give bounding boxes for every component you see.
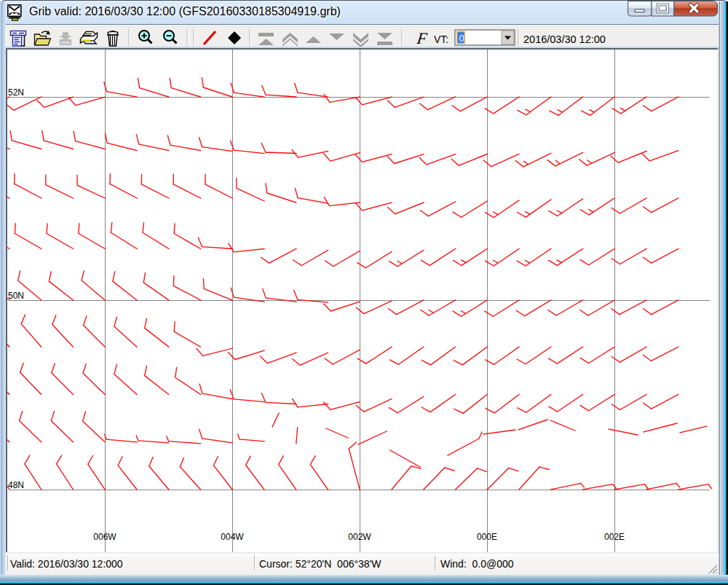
svg-text:F: F bbox=[415, 29, 428, 47]
svg-text:50N: 50N bbox=[8, 291, 24, 301]
svg-text:VT:: VT: bbox=[434, 34, 448, 45]
svg-text:0: 0 bbox=[459, 33, 464, 44]
svg-text:002W: 002W bbox=[348, 532, 371, 542]
svg-text:004W: 004W bbox=[221, 532, 244, 542]
svg-text:52N: 52N bbox=[8, 87, 24, 98]
svg-text:002E: 002E bbox=[604, 532, 625, 542]
svg-text:000E: 000E bbox=[477, 532, 497, 542]
svg-text:48N: 48N bbox=[8, 480, 24, 490]
svg-text:006W: 006W bbox=[93, 532, 116, 542]
svg-text:2016/03/30 12:00: 2016/03/30 12:00 bbox=[523, 34, 606, 45]
